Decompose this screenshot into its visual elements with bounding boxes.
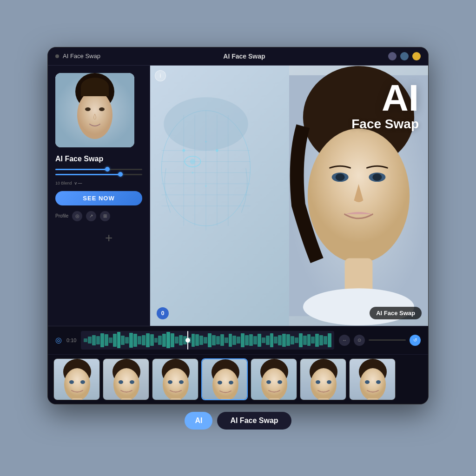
- title-bar-controls: [388, 52, 421, 60]
- waveform-bar: [258, 334, 261, 347]
- thumbnail-item[interactable]: [152, 358, 198, 400]
- svg-point-38: [80, 380, 85, 384]
- svg-point-71: [311, 368, 337, 400]
- timeline-right-controls: ↔ ⊙ ↺: [339, 335, 421, 346]
- tab-face-swap-button[interactable]: AI Face Swap: [217, 412, 291, 430]
- svg-point-19: [182, 149, 185, 152]
- waveform-bar: [150, 334, 154, 346]
- bottom-tabs: AI AI Face Swap: [185, 412, 291, 430]
- svg-point-72: [316, 380, 320, 384]
- title-bar-app-name: AI Face Swap: [63, 53, 100, 60]
- waveform-bar: [175, 337, 178, 344]
- thumbnail-item[interactable]: [103, 358, 149, 400]
- svg-point-18: [190, 159, 195, 164]
- thumbnail-item[interactable]: [300, 358, 346, 400]
- svg-point-37: [69, 380, 74, 384]
- slider-thumb-1[interactable]: [105, 167, 110, 172]
- tab-ai-button[interactable]: AI: [185, 412, 212, 430]
- waveform-track[interactable]: [81, 331, 334, 350]
- svg-point-52: [179, 380, 184, 384]
- sidebar: AI Face Swap: [48, 66, 150, 326]
- slider-row-1: [55, 169, 142, 170]
- waveform-bar: [216, 336, 220, 344]
- ai-face-swap-badge: AI Face Swap: [370, 307, 422, 319]
- thumbnail-item[interactable]: [53, 358, 100, 400]
- thumbnail-item[interactable]: [251, 358, 297, 400]
- waveform-bar: [133, 334, 137, 347]
- svg-rect-81: [367, 398, 378, 400]
- ai-text-overlay: AI Face Swap: [351, 79, 419, 132]
- slider-thumb-2[interactable]: [118, 172, 123, 177]
- slider-fill-1: [55, 169, 107, 170]
- waveform-bar: [241, 333, 245, 347]
- thumbnail-item[interactable]: [349, 358, 396, 400]
- preview-zero-badge: 0: [157, 307, 169, 319]
- waveform-bar: [245, 335, 249, 345]
- preview-area: i AI Face Swap 0 AI Face Swap: [150, 66, 428, 326]
- sidebar-icon-btn-1[interactable]: ◎: [72, 211, 82, 221]
- sidebar-bottom-controls: Profile ◎ ↗ ⊞: [55, 211, 142, 221]
- main-content: AI Face Swap: [48, 66, 428, 326]
- slider-track-1[interactable]: [55, 169, 142, 170]
- timeline-volume-slider[interactable]: [369, 339, 406, 341]
- waveform-bar: [171, 333, 174, 347]
- waveform-bar: [154, 338, 158, 343]
- waveform-bar: [121, 336, 125, 345]
- title-bar-left: AI Face Swap: [55, 53, 100, 60]
- svg-point-36: [64, 368, 90, 400]
- svg-rect-74: [318, 398, 329, 400]
- timeline-ctrl-btn-active[interactable]: ↺: [410, 335, 421, 346]
- sidebar-icon-btn-3[interactable]: ⊞: [100, 211, 110, 221]
- preview-info-button[interactable]: i: [155, 70, 166, 81]
- slider-fill-2: [55, 174, 120, 175]
- waveform-bar: [328, 333, 331, 347]
- waveform-bar: [282, 334, 286, 347]
- waveform-bar: [253, 336, 257, 344]
- svg-point-50: [163, 368, 189, 400]
- waveform-bar: [286, 334, 290, 346]
- close-button[interactable]: [412, 52, 421, 60]
- waveform-bar: [129, 333, 133, 348]
- waveform-bars: [81, 331, 334, 350]
- waveform-bar: [204, 337, 207, 344]
- preview-split: i AI Face Swap 0 AI Face Swap: [150, 66, 428, 326]
- svg-point-43: [113, 368, 139, 400]
- waveform-bar: [113, 334, 117, 347]
- waveform-bar: [142, 335, 145, 345]
- plus-symbol: +: [105, 231, 112, 245]
- waveform-bar: [229, 334, 232, 347]
- waveform-bar: [100, 333, 104, 347]
- waveform-bar: [199, 336, 203, 345]
- waveform-bar: [307, 334, 311, 346]
- svg-point-78: [360, 368, 386, 400]
- info-button[interactable]: [388, 52, 397, 60]
- waveform-bar: [232, 336, 236, 345]
- waveform-bar: [166, 332, 170, 348]
- svg-point-51: [168, 380, 172, 384]
- waveform-bar: [84, 338, 87, 342]
- waveform-bar: [208, 333, 212, 347]
- slider-track-2[interactable]: [55, 174, 142, 175]
- svg-point-24: [164, 97, 248, 151]
- waveform-bar: [158, 336, 162, 345]
- wireframe-face: [150, 79, 266, 275]
- waveform-bar: [291, 336, 294, 344]
- thumbnail-item[interactable]: [201, 358, 248, 400]
- waveform-bar: [299, 333, 303, 347]
- see-now-button[interactable]: SEE NOW: [55, 191, 142, 205]
- svg-rect-39: [72, 398, 83, 400]
- waveform-bar: [96, 336, 100, 344]
- waveform-bar: [179, 335, 183, 345]
- waveform-bar: [311, 337, 315, 344]
- waveform-bar: [125, 337, 129, 344]
- timeline-ctrl-btn-1[interactable]: ↔: [339, 335, 350, 346]
- svg-rect-46: [121, 398, 132, 400]
- sidebar-icon-btn-2[interactable]: ↗: [86, 211, 96, 221]
- sidebar-title: AI Face Swap: [55, 155, 142, 163]
- svg-point-30: [336, 173, 345, 181]
- waveform-bar: [138, 336, 141, 344]
- timeline-ctrl-btn-2[interactable]: ⊙: [354, 335, 365, 346]
- title-bar: AI Face Swap AI Face Swap: [48, 47, 428, 66]
- sound-button[interactable]: [400, 52, 409, 60]
- controls-row: 10 Blend v —: [55, 181, 142, 185]
